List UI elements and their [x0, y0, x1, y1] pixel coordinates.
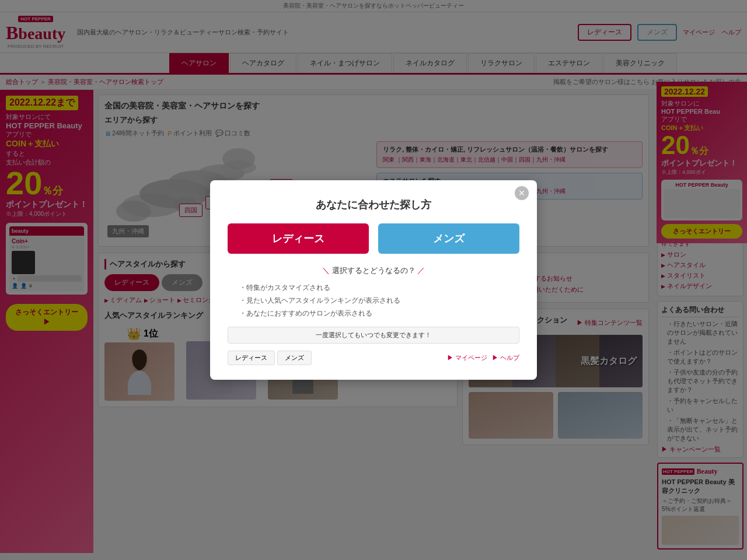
modal-feature-3: あなたにおすすめのサロンが表示される: [239, 309, 508, 318]
modal-mypage-link[interactable]: ▶ マイページ: [447, 354, 487, 362]
modal-close-button[interactable]: ×: [515, 186, 529, 200]
modal-tab-mens[interactable]: メンズ: [277, 351, 312, 365]
modal-info-box: 一度選択してもいつでも変更できます！: [228, 327, 519, 344]
modal-features: 特集がカスタマイズされる 見たい人気ヘアスタイルランキングが表示される あなたに…: [228, 283, 519, 318]
modal: × あなたに合わせた探し方 レディース メンズ ＼ 選択するとどうなるの？ ／ …: [210, 180, 537, 380]
modal-buttons: レディース メンズ: [228, 223, 519, 254]
modal-explain: ＼ 選択するとどうなるの？ ／: [228, 265, 519, 276]
modal-tab-ladies[interactable]: レディース: [228, 351, 275, 365]
modal-overlay[interactable]: × あなたに合わせた探し方 レディース メンズ ＼ 選択するとどうなるの？ ／ …: [0, 0, 747, 553]
modal-mens-button[interactable]: メンズ: [378, 223, 519, 254]
modal-title: あなたに合わせた探し方: [228, 198, 519, 212]
modal-feature-2: 見たい人気ヘアスタイルランキングが表示される: [239, 296, 508, 306]
modal-right-links: ▶ マイページ ▶ ヘルプ: [447, 354, 519, 362]
modal-ladies-button[interactable]: レディース: [228, 223, 369, 254]
modal-bottom-links: レディース メンズ ▶ マイページ ▶ ヘルプ: [228, 351, 519, 365]
modal-gender-tabs: レディース メンズ: [228, 351, 312, 365]
modal-feature-1: 特集がカスタマイズされる: [239, 283, 508, 293]
modal-help-link[interactable]: ▶ ヘルプ: [492, 354, 519, 362]
